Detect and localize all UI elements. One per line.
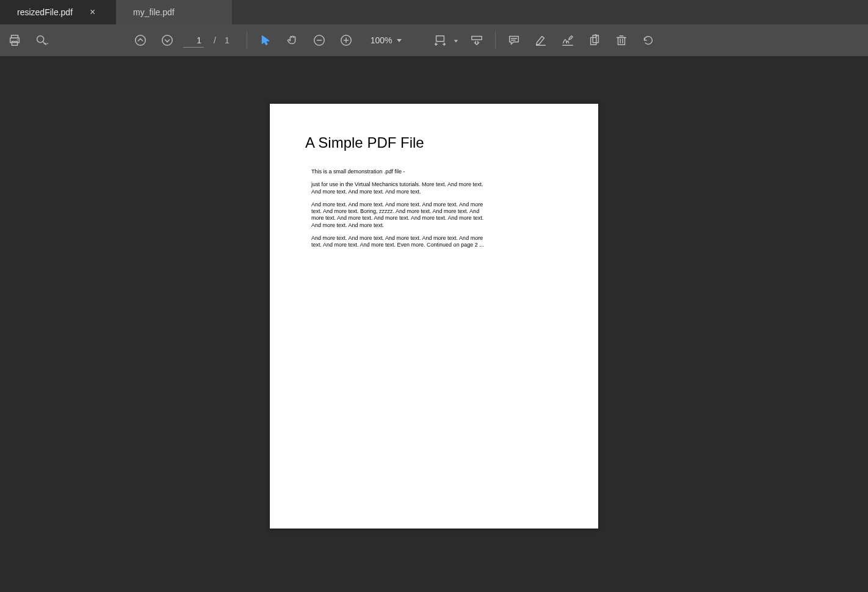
svg-rect-26 (593, 35, 598, 43)
svg-point-7 (45, 43, 46, 45)
comment-button[interactable] (503, 29, 525, 51)
zoom-in-button[interactable] (335, 29, 357, 51)
document-viewport[interactable]: A Simple PDF File This is a small demons… (0, 56, 868, 592)
tab-label: resizedFile.pdf (17, 7, 73, 17)
zoom-dropdown[interactable]: 100% (366, 31, 407, 49)
document-paragraph: This is a small demonstration .pdf file … (305, 168, 488, 175)
search-button[interactable] (31, 29, 52, 51)
page-total: 1 (225, 35, 230, 45)
svg-rect-18 (436, 36, 444, 42)
print-button[interactable] (4, 29, 26, 51)
read-mode-button[interactable] (466, 29, 488, 51)
tab-myfile[interactable]: my_file.pdf × (116, 0, 232, 24)
tab-resizedfile[interactable]: resizedFile.pdf × (0, 0, 116, 24)
document-paragraph: And more text. And more text. And more t… (305, 201, 488, 229)
rotate-view-button[interactable] (637, 29, 659, 51)
delete-button[interactable] (610, 29, 632, 51)
svg-point-8 (47, 43, 48, 45)
svg-marker-19 (454, 40, 457, 42)
zoom-value: 100% (371, 35, 392, 45)
highlight-button[interactable] (530, 29, 552, 51)
chevron-down-icon (396, 35, 402, 46)
svg-point-6 (44, 43, 45, 45)
pointer-tool-button[interactable] (255, 29, 277, 51)
page-up-button[interactable] (129, 29, 151, 51)
document-paragraph: just for use in the Virtual Mechanics tu… (305, 181, 488, 195)
svg-point-4 (37, 36, 44, 43)
document-title: A Simple PDF File (305, 134, 563, 151)
svg-marker-17 (397, 39, 402, 42)
document-paragraph: And more text. And more text. And more t… (305, 235, 488, 249)
svg-rect-25 (590, 37, 596, 45)
svg-point-9 (136, 35, 146, 46)
page-number-input[interactable] (183, 33, 204, 48)
tab-bar: resizedFile.pdf × my_file.pdf × (0, 0, 868, 24)
svg-point-10 (162, 35, 173, 46)
hand-tool-button[interactable] (281, 29, 303, 51)
page-separator: / (214, 35, 216, 45)
chevron-down-icon[interactable] (454, 35, 458, 46)
rotate-pages-button[interactable] (584, 29, 606, 51)
page-down-button[interactable] (156, 29, 178, 51)
zoom-out-button[interactable] (308, 29, 330, 51)
fit-width-button[interactable] (429, 29, 451, 51)
svg-rect-27 (618, 37, 624, 45)
svg-marker-11 (262, 36, 269, 45)
sign-button[interactable] (557, 29, 579, 51)
svg-rect-2 (12, 42, 17, 45)
separator (247, 31, 247, 49)
tab-label: my_file.pdf (133, 7, 175, 17)
separator (495, 31, 496, 49)
pdf-page[interactable]: A Simple PDF File This is a small demons… (270, 104, 598, 529)
toolbar: / 1 100% (0, 24, 868, 56)
svg-rect-20 (471, 37, 482, 40)
close-icon[interactable]: × (90, 7, 95, 17)
svg-point-3 (17, 39, 18, 40)
